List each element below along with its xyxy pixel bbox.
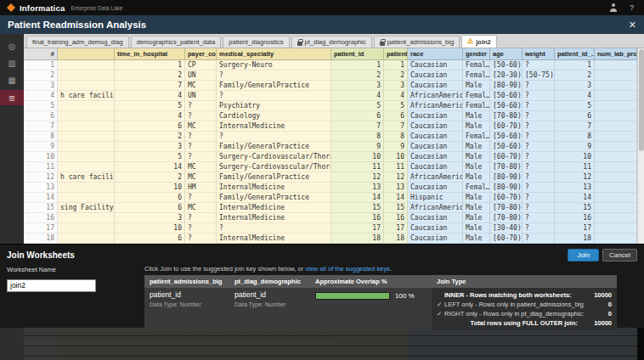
cell[interactable]: 14 [384, 193, 408, 203]
cancel-button[interactable]: Cancel [602, 249, 637, 262]
cell[interactable]: MC [185, 203, 217, 213]
cell[interactable] [595, 81, 637, 91]
cell[interactable] [595, 60, 637, 70]
cell[interactable]: ? [217, 91, 331, 101]
cell[interactable]: 7 [555, 121, 595, 132]
cell[interactable]: Male [463, 111, 490, 121]
cell[interactable] [58, 223, 115, 233]
cell[interactable]: [50-60) [490, 142, 523, 152]
checkmark-icon[interactable]: ✓ [437, 310, 444, 318]
cell[interactable]: [70-80) [490, 203, 523, 213]
cell[interactable]: ? [185, 142, 217, 152]
cell[interactable]: [50-60) [490, 101, 523, 111]
cell[interactable]: 6 [115, 121, 185, 132]
cell[interactable] [58, 111, 115, 121]
cell[interactable]: 6 [555, 111, 595, 121]
cell[interactable]: 3 [555, 81, 595, 91]
column-header-blank-1[interactable] [58, 48, 115, 60]
cell[interactable]: 4 [115, 111, 185, 121]
cell[interactable]: Male [463, 213, 490, 223]
cell[interactable]: ? [523, 172, 555, 183]
cell[interactable]: Surgery-Neuro [217, 60, 331, 70]
cell[interactable] [58, 101, 115, 111]
column-header-age-9[interactable]: age [490, 48, 523, 60]
tab-join2[interactable]: ⚠join2 [461, 35, 497, 48]
cell[interactable]: MC [185, 162, 217, 172]
cell[interactable]: Surgery-Cardiovascular/Thoracic [217, 162, 331, 172]
cell[interactable]: AfricanAmerica… [408, 172, 463, 183]
cell[interactable]: ? [523, 183, 555, 193]
cell[interactable]: Caucasian [408, 183, 463, 193]
cell[interactable]: [70-80) [490, 162, 523, 172]
cell[interactable]: 10 [331, 152, 384, 162]
cell[interactable]: h care facility [58, 172, 115, 183]
cell[interactable]: [20-30) [490, 70, 523, 81]
cell[interactable]: 12 [555, 172, 595, 183]
column-header-patient_id_-11[interactable]: patient_id_… [555, 48, 595, 60]
cell[interactable]: 7 [115, 81, 185, 91]
cell[interactable]: CP [185, 60, 217, 70]
cell[interactable] [58, 193, 115, 203]
cell[interactable] [595, 193, 637, 203]
cell[interactable]: Caucasian [408, 142, 463, 152]
cell[interactable]: 10 [115, 223, 185, 233]
recipe-icon[interactable]: ≣ [0, 90, 24, 105]
cell[interactable]: 5 [555, 101, 595, 111]
column-header-gender-8[interactable]: gender [463, 48, 490, 60]
cell[interactable] [58, 183, 115, 193]
cell[interactable] [58, 132, 115, 142]
cell[interactable]: 18 [384, 233, 408, 244]
cell[interactable]: Male [463, 203, 490, 213]
cell[interactable]: 14 [331, 193, 384, 203]
cell[interactable]: 8 [331, 132, 384, 142]
cell[interactable]: MC [185, 81, 217, 91]
cell[interactable]: 6 [115, 233, 185, 244]
cell[interactable]: ? [217, 223, 331, 233]
cell[interactable]: 8 [384, 132, 408, 142]
cell[interactable] [595, 70, 637, 81]
cell[interactable]: 13 [331, 183, 384, 193]
cell[interactable]: ? [523, 111, 555, 121]
cell[interactable] [595, 213, 637, 223]
cell[interactable]: Femal… [463, 70, 490, 81]
column-header-time_in_hospital-2[interactable]: time_in_hospital [115, 48, 185, 60]
cell[interactable]: ? [523, 121, 555, 132]
cell[interactable] [595, 142, 637, 152]
cell[interactable]: Caucasian [408, 70, 463, 81]
cell[interactable]: Psychiatry [217, 101, 331, 111]
cell[interactable] [595, 121, 637, 132]
cell[interactable]: 14 [115, 162, 185, 172]
cell[interactable]: InternalMedicine [217, 203, 331, 213]
cell[interactable]: 16 [555, 213, 595, 223]
cell[interactable]: [80-90) [490, 183, 523, 193]
cell[interactable]: Male [463, 172, 490, 183]
cell[interactable]: 10 [555, 152, 595, 162]
cell[interactable]: ? [185, 152, 217, 162]
right-key-cell[interactable]: patient_id Data Type: Number [229, 288, 310, 330]
cell[interactable] [595, 233, 637, 244]
column-header-medical_specialty-4[interactable]: medical_specialty [217, 48, 331, 60]
cell[interactable]: 5 [384, 101, 408, 111]
cell[interactable] [58, 152, 115, 162]
column-header-patient_id-6[interactable]: patient_id [384, 48, 408, 60]
column-header-patient_id-5[interactable]: patient_id [331, 48, 384, 60]
search-icon[interactable]: ◎ [0, 39, 24, 53]
cell[interactable]: [60-70) [490, 152, 523, 162]
cell[interactable] [595, 223, 637, 233]
cell[interactable] [58, 121, 115, 132]
cell[interactable] [58, 142, 115, 152]
tab-patient_admissions_big[interactable]: patient_admissions_big [374, 36, 460, 48]
cell[interactable]: UN [185, 91, 217, 101]
cell[interactable]: Femal… [463, 91, 490, 101]
cell[interactable]: Caucasian [408, 223, 463, 233]
cell[interactable]: sing Facility (SN… [58, 203, 115, 213]
cell[interactable]: 17 [555, 223, 595, 233]
cell[interactable]: 2 [555, 70, 595, 81]
cell[interactable]: [70-80) [490, 213, 523, 223]
cell[interactable]: 11 [331, 162, 384, 172]
cell[interactable]: [50-60) [490, 60, 523, 70]
cell[interactable]: 3 [384, 81, 408, 91]
cell[interactable]: 13 [384, 183, 408, 193]
cell[interactable]: 11 [384, 162, 408, 172]
cell[interactable]: 10 [115, 183, 185, 193]
